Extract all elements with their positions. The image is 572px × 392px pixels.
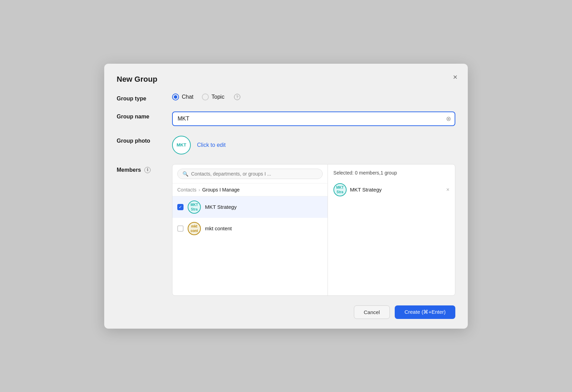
search-input-wrapper: 🔍 bbox=[177, 169, 323, 179]
topic-radio-option[interactable]: Topic bbox=[202, 93, 224, 100]
create-button[interactable]: Create (⌘+Enter) bbox=[395, 305, 455, 319]
clear-input-button[interactable]: ⊗ bbox=[446, 116, 451, 122]
group-photo-content: MKT Click to edit bbox=[172, 136, 455, 154]
selected-mkt-strategy-name: MKT Strategy bbox=[350, 187, 443, 193]
new-group-dialog: New Group × Group type Chat Topic ? Grou… bbox=[104, 64, 468, 329]
list-item[interactable]: mktcont mkt content bbox=[172, 218, 328, 239]
group-photo-label: Group photo bbox=[117, 136, 172, 144]
group-type-label: Group type bbox=[117, 93, 172, 102]
topic-radio-circle bbox=[202, 93, 209, 100]
search-icon: 🔍 bbox=[182, 171, 188, 177]
selected-item-row: MKTStra MKT Strategy × bbox=[333, 180, 449, 199]
members-panel: 🔍 Contacts › Groups I Manage ✓ MKTStra bbox=[172, 164, 455, 296]
group-name-input-wrapper: ⊗ bbox=[172, 112, 455, 126]
group-type-options: Chat Topic ? bbox=[172, 93, 455, 100]
group-name-row: Group name ⊗ bbox=[117, 112, 455, 126]
members-search-input[interactable] bbox=[191, 171, 318, 177]
check-mark-icon: ✓ bbox=[179, 205, 182, 209]
chat-radio-inner bbox=[174, 95, 177, 99]
chat-radio-option[interactable]: Chat bbox=[172, 93, 194, 100]
cancel-button[interactable]: Cancel bbox=[354, 305, 390, 319]
click-to-edit-link[interactable]: Click to edit bbox=[197, 142, 226, 148]
dialog-title: New Group bbox=[117, 75, 455, 84]
checkbox-mkt-strategy[interactable]: ✓ bbox=[177, 204, 184, 210]
breadcrumb-separator: › bbox=[198, 187, 200, 193]
members-help-icon[interactable]: ℹ bbox=[144, 167, 151, 173]
mkt-content-avatar: mktcont bbox=[188, 222, 201, 235]
list-item[interactable]: ✓ MKTStra MKT Strategy bbox=[172, 196, 328, 218]
members-row: Members ℹ 🔍 Contacts › Groups I Manage bbox=[117, 164, 455, 296]
group-photo-avatar[interactable]: MKT bbox=[172, 136, 191, 154]
mkt-strategy-avatar: MKTStra bbox=[188, 201, 201, 214]
chat-radio-label: Chat bbox=[182, 94, 194, 100]
dialog-footer: Cancel Create (⌘+Enter) bbox=[117, 305, 455, 319]
group-name-label: Group name bbox=[117, 112, 172, 120]
chat-radio-circle bbox=[172, 93, 179, 100]
group-photo-row: Group photo MKT Click to edit bbox=[117, 136, 455, 154]
breadcrumb-root[interactable]: Contacts bbox=[177, 187, 196, 193]
members-left-panel: 🔍 Contacts › Groups I Manage ✓ MKTStra bbox=[172, 164, 328, 295]
breadcrumb-current: Groups I Manage bbox=[202, 187, 240, 193]
group-name-input[interactable] bbox=[172, 112, 455, 126]
mkt-content-name: mkt content bbox=[205, 225, 232, 231]
remove-mkt-strategy-button[interactable]: × bbox=[446, 187, 449, 193]
members-breadcrumb: Contacts › Groups I Manage bbox=[172, 184, 328, 196]
mkt-strategy-name: MKT Strategy bbox=[205, 204, 236, 210]
topic-radio-label: Topic bbox=[212, 94, 224, 100]
selected-count-header: Selected: 0 members,1 group bbox=[333, 170, 449, 176]
group-photo-avatar-text: MKT bbox=[177, 142, 186, 148]
selected-mkt-strategy-avatar: MKTStra bbox=[333, 183, 347, 196]
checkbox-mkt-content[interactable] bbox=[177, 225, 184, 232]
close-button[interactable]: × bbox=[453, 73, 457, 81]
members-label: Members ℹ bbox=[117, 164, 172, 173]
search-box: 🔍 bbox=[172, 164, 328, 184]
group-type-row: Group type Chat Topic ? bbox=[117, 93, 455, 102]
members-right-panel: Selected: 0 members,1 group MKTStra MKT … bbox=[328, 164, 455, 295]
help-icon[interactable]: ? bbox=[234, 94, 240, 100]
